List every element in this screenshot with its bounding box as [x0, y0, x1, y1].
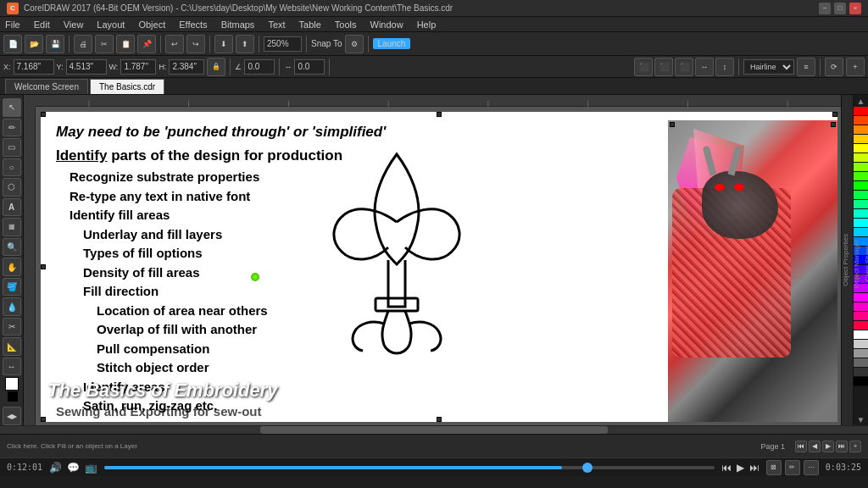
color-cell[interactable]: [854, 368, 868, 377]
window-controls[interactable]: − □ ×: [819, 3, 861, 14]
angle-input[interactable]: [244, 59, 275, 75]
open-button[interactable]: 📂: [25, 35, 43, 53]
color-cell[interactable]: [854, 144, 868, 153]
video-btn3[interactable]: ⋯: [804, 460, 819, 475]
minimize-button[interactable]: −: [819, 3, 831, 14]
menu-bitmaps[interactable]: Bitmaps: [220, 19, 257, 30]
video-progress-thumb[interactable]: [582, 463, 593, 473]
color-cell[interactable]: [854, 358, 868, 368]
menu-edit[interactable]: Edit: [32, 19, 52, 30]
outline-tool[interactable]: ✂: [3, 318, 21, 336]
tab-basics[interactable]: The Basics.cdr: [90, 79, 164, 94]
color-cell[interactable]: [854, 135, 868, 144]
stroke-dropdown[interactable]: Hairline: [743, 59, 794, 75]
maximize-button[interactable]: □: [834, 3, 846, 14]
navigator-button[interactable]: ◀▶: [3, 407, 21, 425]
color-cell[interactable]: [854, 321, 868, 330]
import-button[interactable]: ⬇: [214, 35, 233, 53]
print-button[interactable]: 🖨: [74, 35, 92, 53]
align-left-button[interactable]: ⬛: [634, 58, 653, 76]
menu-layout[interactable]: Layout: [95, 19, 126, 30]
caption-button[interactable]: 💬: [67, 462, 80, 474]
color-cell[interactable]: [854, 181, 868, 191]
color-cell[interactable]: [854, 228, 868, 237]
mirror-v-button[interactable]: ↕: [715, 58, 734, 76]
paste-button[interactable]: 📌: [137, 35, 156, 53]
redo-button[interactable]: ↪: [186, 35, 205, 53]
last-page-button[interactable]: ⏭: [836, 441, 848, 452]
extra-btn1[interactable]: ⟳: [825, 58, 843, 76]
play-button[interactable]: ▶: [737, 462, 744, 474]
video-progress-bar[interactable]: [104, 466, 715, 469]
text-tool[interactable]: A: [3, 198, 21, 217]
connector-tool[interactable]: 📐: [3, 337, 21, 356]
color-swatch[interactable]: [5, 377, 19, 402]
menu-view[interactable]: View: [62, 19, 86, 30]
prev-page-button[interactable]: ◀: [809, 441, 821, 452]
volume-button[interactable]: 🔊: [49, 462, 62, 474]
fill-tool[interactable]: 🪣: [3, 278, 21, 297]
scroll-thumb-h[interactable]: [260, 426, 608, 434]
properties-tab-label[interactable]: Object Properties: [842, 234, 849, 286]
color-cell[interactable]: [854, 172, 868, 181]
next-page-button[interactable]: ▶: [822, 441, 834, 452]
new-button[interactable]: 📄: [3, 35, 22, 53]
color-cell[interactable]: [854, 302, 868, 312]
export-button[interactable]: ⬆: [236, 35, 254, 53]
undo-button[interactable]: ↩: [165, 35, 184, 53]
zoom-input[interactable]: [264, 36, 302, 52]
skip-forward-button[interactable]: ⏭: [749, 462, 760, 474]
pan-tool[interactable]: ✋: [3, 258, 21, 276]
object-manager-tab-label[interactable]: Object Manager: [853, 240, 860, 288]
polygon-tool[interactable]: ⬡: [3, 178, 21, 197]
dimension-tool[interactable]: ↔: [3, 358, 21, 376]
color-styles-tab-label[interactable]: Color Styles: [864, 245, 868, 281]
tab-welcome[interactable]: Welcome Screen: [5, 79, 88, 94]
align-center-button[interactable]: ⬛: [654, 58, 673, 76]
extra-btn2[interactable]: +: [846, 58, 865, 76]
color-cell[interactable]: [854, 125, 868, 135]
freehand-tool[interactable]: ✏: [3, 119, 21, 137]
canvas-area[interactable]: | | | | | | | |: [24, 95, 841, 425]
menu-help[interactable]: Help: [415, 19, 438, 30]
screen-button[interactable]: 📺: [85, 462, 97, 474]
color-cell[interactable]: [854, 330, 868, 340]
palette-scroll-down[interactable]: ▼: [854, 413, 868, 425]
horizontal-scrollbar[interactable]: [0, 425, 868, 434]
select-tool[interactable]: ↖: [3, 98, 21, 117]
coord-x-input[interactable]: [14, 59, 54, 75]
launch-button[interactable]: Launch: [373, 38, 411, 49]
table-tool[interactable]: ▦: [3, 218, 21, 236]
menu-effects[interactable]: Effects: [177, 19, 209, 30]
size-h-input[interactable]: [169, 59, 204, 75]
first-page-button[interactable]: ⏮: [795, 441, 807, 452]
color-cell[interactable]: [854, 377, 868, 386]
video-btn2[interactable]: ✏: [785, 460, 800, 475]
menu-window[interactable]: Window: [369, 19, 405, 30]
color-cell[interactable]: [854, 200, 868, 209]
pos-x-input[interactable]: [294, 59, 325, 75]
mirror-h-button[interactable]: ↔: [695, 58, 714, 76]
copy-button[interactable]: 📋: [116, 35, 135, 53]
lock-ratio-button[interactable]: 🔒: [207, 58, 225, 76]
color-cell[interactable]: [854, 163, 868, 172]
close-button[interactable]: ×: [849, 3, 861, 14]
align-right-button[interactable]: ⬛: [675, 58, 693, 76]
save-button[interactable]: 💾: [46, 35, 64, 53]
color-cell[interactable]: [854, 293, 868, 302]
video-btn1[interactable]: ⊠: [766, 460, 782, 475]
color-cell[interactable]: [854, 153, 868, 163]
coord-y-input[interactable]: [66, 59, 107, 75]
color-cell[interactable]: [854, 191, 868, 200]
size-w-input[interactable]: [120, 59, 156, 75]
color-cell[interactable]: [854, 209, 868, 219]
color-cell[interactable]: [854, 340, 868, 349]
color-cell[interactable]: [854, 349, 868, 358]
menu-file[interactable]: File: [3, 19, 22, 30]
menu-tools[interactable]: Tools: [333, 19, 359, 30]
color-cell[interactable]: [854, 107, 868, 116]
color-cell[interactable]: [854, 312, 868, 321]
menu-object[interactable]: Object: [136, 19, 167, 30]
menu-table[interactable]: Table: [298, 19, 323, 30]
snap-settings-button[interactable]: ⚙: [345, 35, 364, 53]
